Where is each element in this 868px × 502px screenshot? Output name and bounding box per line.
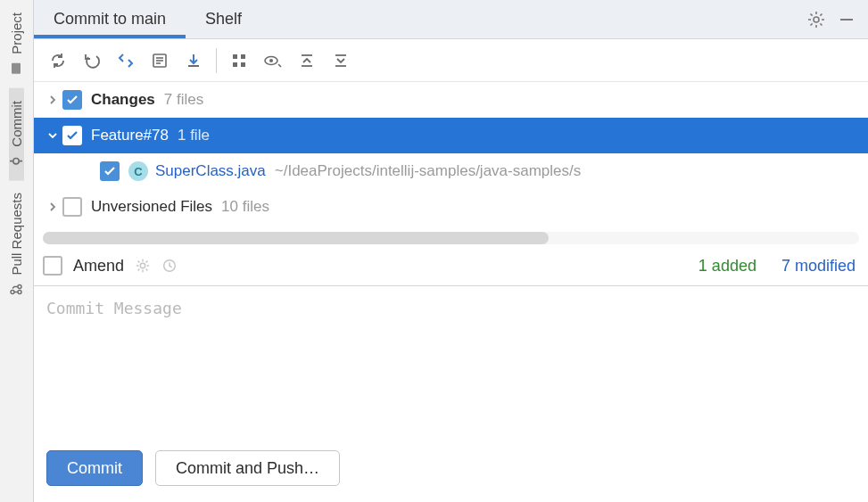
project-tool-tab[interactable]: Project [9,0,24,88]
stat-added: 1 added [699,257,756,276]
svg-rect-23 [241,54,245,59]
stat-modified: 7 modified [781,257,856,276]
changes-checkbox[interactable] [62,90,82,110]
changes-count: 7 files [164,91,203,109]
commit-tool-tab[interactable]: Commit [9,88,24,181]
svg-line-12 [811,13,813,15]
svg-rect-22 [233,54,237,59]
tab-shelf[interactable]: Shelf [186,0,261,38]
svg-rect-25 [241,62,245,67]
svg-point-27 [269,59,273,62]
commit-options-row: Amend 1 added 7 modified [34,246,868,285]
svg-line-40 [146,261,148,263]
diff-button[interactable] [109,44,143,78]
file-name: SuperClass.java [155,162,266,180]
tab-shelf-label: Shelf [205,10,242,29]
svg-point-32 [140,263,145,267]
changes-node[interactable]: Changes 7 files [34,82,868,118]
commit-and-push-button[interactable]: Commit and Push… [155,450,340,486]
file-path: ~/IdeaProjects/intellij-samples/java-sam… [275,162,581,180]
tool-window-strip: Project Commit Pull Requests [0,0,34,502]
chevron-right-icon[interactable] [43,202,62,211]
pull-requests-tool-label: Pull Requests [9,193,24,276]
commit-message-input[interactable]: Commit Message [34,285,868,450]
horizontal-scrollbar[interactable] [43,232,859,244]
svg-line-14 [811,23,813,25]
unversioned-count: 10 files [221,198,269,216]
gear-icon[interactable] [135,258,151,274]
changes-tree: Changes 7 files Feature#78 1 file C Supe… [34,82,868,225]
unversioned-checkbox[interactable] [62,197,82,217]
project-icon [10,62,24,76]
commit-button[interactable]: Commit [46,450,143,486]
java-class-icon: C [128,161,148,181]
file-checkbox[interactable] [100,161,120,181]
changelist-label: Feature#78 [91,127,169,144]
pull-requests-tool-tab[interactable]: Pull Requests [9,180,24,309]
commit-button-label: Commit [67,459,122,478]
unversioned-node[interactable]: Unversioned Files 10 files [34,189,868,225]
commit-message-placeholder: Commit Message [46,299,182,317]
expand-all-button[interactable] [290,44,324,78]
chevron-down-icon[interactable] [43,131,62,140]
changelist-count: 1 file [178,127,210,144]
svg-line-39 [138,269,140,271]
svg-point-4 [12,291,15,294]
chevron-right-icon[interactable] [43,95,62,104]
svg-point-1 [13,158,19,163]
svg-line-38 [146,269,148,271]
commit-tool-label: Commit [9,101,24,147]
rollback-button[interactable] [75,44,109,78]
changelist-button[interactable] [143,44,177,78]
view-options-button[interactable] [256,44,290,78]
amend-checkbox[interactable] [43,256,62,276]
changelist-checkbox[interactable] [62,126,82,145]
amend-label: Amend [73,257,124,276]
commit-and-push-label: Commit and Push… [176,459,319,478]
svg-point-5 [19,291,22,294]
project-tool-label: Project [9,12,24,54]
refresh-button[interactable] [41,44,75,78]
history-icon[interactable] [161,258,178,274]
file-row[interactable]: C SuperClass.java ~/IdeaProjects/intelli… [34,153,868,189]
tab-commit[interactable]: Commit to main [34,0,186,38]
collapse-all-button[interactable] [324,44,358,78]
scrollbar-thumb[interactable] [43,232,549,244]
group-by-button[interactable] [222,44,256,78]
changelist-node[interactable]: Feature#78 1 file [34,118,868,153]
gear-icon[interactable] [807,11,825,29]
commit-toolbar [34,39,868,82]
unversioned-label: Unversioned Files [91,198,212,216]
svg-point-7 [814,17,819,22]
commit-buttons: Commit Commit and Push… [34,450,868,502]
shelve-button[interactable] [177,44,211,78]
panel-tabs: Commit to main Shelf [34,0,868,39]
commit-icon [10,153,24,168]
minimize-icon[interactable] [838,11,856,29]
svg-rect-24 [233,62,237,67]
commit-panel: Commit to main Shelf [34,0,868,502]
svg-line-37 [138,261,140,263]
svg-line-13 [820,23,822,25]
svg-rect-0 [12,63,21,74]
pull-requests-icon [10,283,24,297]
changes-label: Changes [91,91,155,109]
tab-commit-label: Commit to main [54,10,166,29]
svg-line-15 [820,13,822,15]
svg-point-6 [19,285,22,289]
